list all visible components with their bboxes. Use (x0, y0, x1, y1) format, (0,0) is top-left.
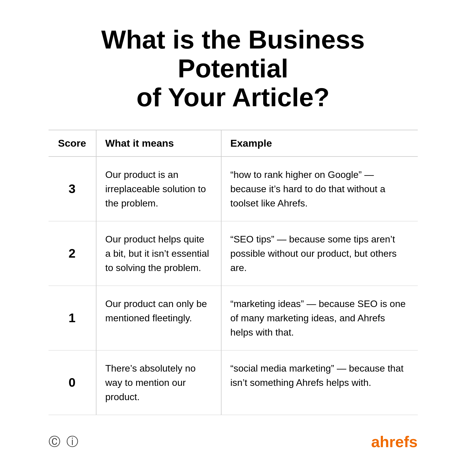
table-row: 1Our product can only be mentioned fleet… (49, 286, 418, 350)
copyright-icon: Ⓒ (49, 433, 60, 450)
meaning-cell: Our product can only be mentioned fleeti… (96, 286, 221, 350)
info-icon: ⓘ (66, 433, 78, 450)
meaning-cell: There’s absolutely no way to mention our… (96, 350, 221, 415)
table-row: 0There’s absolutely no way to mention ou… (49, 350, 418, 415)
meaning-cell: Our product helps quite a bit, but it is… (96, 221, 221, 286)
example-cell: “marketing ideas” — because SEO is one o… (221, 286, 418, 350)
table-row: 3Our product is an irreplaceable solutio… (49, 156, 418, 221)
table-wrapper: Score What it means Example 3Our product… (49, 130, 418, 415)
score-cell: 2 (49, 221, 96, 286)
table-row: 2Our product helps quite a bit, but it i… (49, 221, 418, 286)
page-container: What is the Business Potential of Your A… (25, 7, 442, 468)
example-cell: “how to rank higher on Google” — because… (221, 156, 418, 221)
score-cell: 0 (49, 350, 96, 415)
example-cell: “SEO tips” — because some tips aren’t po… (221, 221, 418, 286)
what-it-means-header: What it means (96, 130, 221, 156)
score-header: Score (49, 130, 96, 156)
score-cell: 1 (49, 286, 96, 350)
example-cell: “social media marketing” — because that … (221, 350, 418, 415)
page-title: What is the Business Potential of Your A… (49, 25, 418, 112)
example-header: Example (221, 130, 418, 156)
table-header-row: Score What it means Example (49, 130, 418, 156)
ahrefs-logo: ahrefs (371, 433, 417, 451)
meaning-cell: Our product is an irreplaceable solution… (96, 156, 221, 221)
footer-icons: Ⓒ ⓘ (49, 433, 78, 450)
footer: Ⓒ ⓘ ahrefs (49, 433, 418, 451)
score-cell: 3 (49, 156, 96, 221)
business-potential-table: Score What it means Example 3Our product… (49, 130, 418, 415)
